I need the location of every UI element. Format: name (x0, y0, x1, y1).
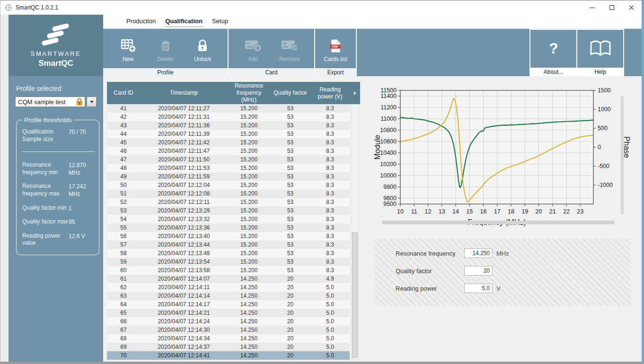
close-button[interactable] (622, 0, 642, 15)
toolbar-end-filler (624, 29, 642, 76)
column-header[interactable]: Resonance frequency (MHz) (228, 82, 270, 104)
table-row[interactable]: 642020/04/07 12:14:1714.250205.0 (107, 300, 350, 309)
x-axis-tick-label: 14 (452, 208, 459, 215)
help-button[interactable]: Help (577, 30, 624, 76)
tab-qualification[interactable]: Qualification (165, 17, 203, 27)
chart-horizontal-scrollbar[interactable] (382, 221, 615, 224)
table-row[interactable]: 652020/04/07 12:14:2114.250205.0 (107, 309, 350, 317)
new-button[interactable]: New (111, 35, 145, 62)
y-axis-tick-label: 9600 (383, 195, 397, 202)
table-row[interactable]: 502020/04/07 12:12:0415.200538.3 (107, 181, 350, 189)
table-row[interactable]: 532020/04/07 12:13:2915.200538.3 (107, 206, 350, 215)
table-cell: 8.3 (310, 224, 350, 231)
main-area: Production Qualification Setup New (103, 15, 642, 362)
tab-setup[interactable]: Setup (212, 17, 229, 27)
table-row[interactable]: 522020/04/07 12:12:1115.200538.3 (107, 198, 350, 206)
threshold-reading-power: Reading power value 12.6 V (22, 232, 95, 247)
maximize-button[interactable] (602, 0, 622, 15)
table-cell: 20 (270, 352, 310, 359)
profile-dropdown[interactable] (15, 97, 85, 107)
add-button[interactable]: Add (236, 35, 270, 62)
table-cell: 2020/04/07 12:12:08 (140, 190, 228, 197)
cards-list-button[interactable]: PDF Cards list (320, 35, 351, 62)
table-cell: 53 (270, 182, 310, 188)
table-cell: 2020/04/07 12:11:47 (140, 148, 228, 154)
profile-dropdown-value[interactable] (16, 98, 75, 106)
resonance-frequency-input[interactable] (464, 249, 493, 258)
table-cell: 14.250 (228, 327, 270, 333)
table-row[interactable]: 632020/04/07 12:14:1414.250205.0 (107, 292, 350, 300)
table-cell: 2020/04/07 12:13:40 (140, 233, 228, 240)
table-row[interactable]: 422020/04/07 12:11:3115.200538.3 (107, 113, 350, 121)
table-row[interactable]: 682020/04/07 12:14:3414.250205.0 (107, 334, 350, 343)
table-row[interactable]: 662020/04/07 12:14:2414.250205.0 (107, 317, 350, 326)
table-row[interactable]: 572020/04/07 12:13:4415.200538.3 (107, 240, 350, 249)
table-cell: 14.250 (228, 275, 270, 282)
table-row[interactable]: 692020/04/07 12:14:3714.250205.0 (107, 343, 350, 351)
table-row[interactable]: 672020/04/07 12:14:3014.250205.0 (107, 326, 350, 334)
delete-button[interactable]: Delete (149, 35, 183, 62)
table-row[interactable]: 492020/04/07 12:11:5915.200538.3 (107, 172, 350, 181)
table-cell: 52 (107, 199, 140, 205)
tab-production[interactable]: Production (126, 17, 156, 27)
table-row[interactable]: 592020/04/07 12:13:5415.200538.3 (107, 257, 350, 266)
remove-button[interactable]: Remove (273, 35, 307, 62)
y-axis-tick-label: 10000 (380, 172, 397, 179)
reading-power-input[interactable] (464, 284, 493, 293)
table-row[interactable]: 452020/04/07 12:11:4215.200538.3 (107, 138, 350, 147)
table-row[interactable]: 582020/04/07 12:13:4915.200538.3 (107, 249, 350, 257)
x-axis-tick-label: 18 (508, 208, 514, 215)
table-cell: 70 (107, 352, 140, 359)
table-cell: 55 (107, 224, 140, 231)
table-cell: 14.250 (228, 318, 270, 325)
table-row[interactable]: 482020/04/07 12:11:5315.200538.3 (107, 164, 350, 172)
table-row[interactable]: 552020/04/07 12:13:3615.200538.3 (107, 223, 350, 232)
table-cell: 2020/04/07 12:13:32 (140, 216, 228, 222)
y-axis-tick-label: 10200 (380, 161, 397, 168)
column-header[interactable]: Quality factor (270, 82, 310, 104)
profile-dropdown-arrow-button[interactable] (87, 97, 97, 107)
table-add-icon (120, 35, 136, 53)
table-row[interactable]: 442020/04/07 12:11:3915.200538.3 (107, 130, 350, 138)
profile-thresholds-panel: Profile thresholds Qualification Sample … (16, 116, 99, 255)
table-row[interactable]: 472020/04/07 12:11:5015.200538.3 (107, 155, 350, 164)
table-cell: 8.3 (310, 139, 350, 146)
toolbar-group-card-label: Card (229, 68, 314, 76)
table-scrollbar-thumb[interactable] (352, 232, 358, 358)
y-axis-tick-label: 11200 (380, 104, 397, 111)
x-axis-tick-label: 22 (563, 208, 570, 215)
table-cell: 2020/04/07 12:14:37 (140, 344, 228, 350)
column-scroll-arrow-icon[interactable] (350, 82, 360, 104)
table-row[interactable]: 562020/04/07 12:13:4015.200538.3 (107, 232, 350, 240)
table-cell: 20 (270, 284, 310, 291)
table-cell: 53 (270, 224, 310, 231)
table-row[interactable]: 622020/04/07 12:14:1114.250205.0 (107, 283, 350, 292)
column-header[interactable]: Card ID (107, 82, 140, 104)
table-row[interactable]: 702020/04/07 12:14:4114.250205.0 (107, 351, 350, 360)
table-vertical-scrollbar[interactable] (351, 104, 359, 360)
table-row[interactable]: 602020/04/07 12:13:5815.200538.3 (107, 266, 350, 275)
table-cell: 8.3 (310, 148, 350, 154)
table-cell: 64 (107, 301, 140, 308)
table-row[interactable]: 412020/04/07 12:11:2715.200538.3 (107, 104, 350, 113)
table-cell: 15.200 (228, 182, 270, 188)
about-button[interactable]: ? About... (530, 30, 577, 76)
trash-icon (158, 35, 173, 53)
table-row[interactable]: 462020/04/07 12:11:4715.200538.3 (107, 147, 350, 155)
unlock-button[interactable]: Unlock (185, 35, 220, 62)
minimize-button[interactable] (582, 0, 602, 15)
table-cell: 53 (270, 131, 310, 137)
table-cell: 53 (270, 165, 310, 171)
y-axis-tick-label: 0 (598, 144, 601, 151)
table-cell: 20 (270, 310, 310, 316)
table-row[interactable]: 432020/04/07 12:11:3615.200538.3 (107, 121, 350, 130)
profile-selected-label: Profile selected (16, 85, 103, 92)
chart-vertical-scrollbar[interactable] (621, 96, 624, 214)
table-row[interactable]: 612020/04/07 12:14:0714.250204.9 (107, 275, 350, 283)
table-cell: 67 (107, 327, 140, 333)
column-header[interactable]: Reading power (V) (310, 82, 350, 104)
column-header[interactable]: Timestamp (140, 82, 228, 104)
table-row[interactable]: 542020/04/07 12:13:3215.200538.3 (107, 215, 350, 223)
quality-factor-input[interactable] (464, 266, 493, 275)
table-row[interactable]: 512020/04/07 12:12:0815.200538.3 (107, 189, 350, 198)
